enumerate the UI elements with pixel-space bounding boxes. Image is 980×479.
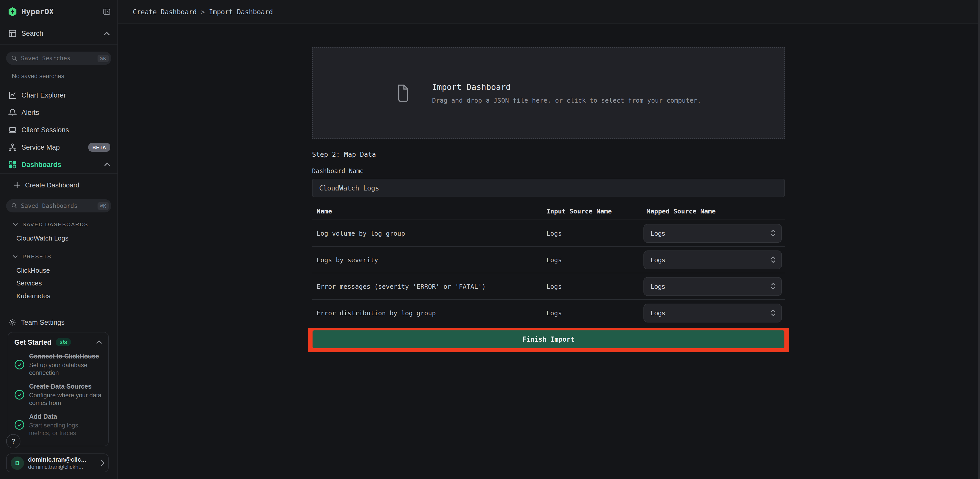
nav-label: Service Map [21, 143, 60, 151]
input-source-value: Logs [546, 229, 562, 237]
topbar: Create Dashboard > Import Dashboard [118, 0, 980, 24]
beta-badge: BETA [88, 143, 110, 151]
mapped-source-select[interactable]: Logs [643, 224, 782, 243]
unfold-icon [770, 282, 776, 290]
unfold-icon [770, 229, 776, 237]
saved-dashboards-placeholder: Saved Dashboards [21, 202, 97, 209]
shortcut-badge: ⌘K [97, 202, 109, 210]
mapped-source-select[interactable]: Logs [643, 303, 782, 322]
dashboard-name-label: Dashboard Name [312, 167, 364, 175]
table-row: Error distribution by log group Logs Log… [312, 300, 785, 326]
input-source-value: Logs [546, 282, 562, 290]
nav-label: Alerts [21, 108, 39, 116]
get-started-item-title: Connect to ClickHouse [29, 353, 102, 361]
chevron-down-icon [13, 255, 18, 258]
laptop-icon [8, 126, 17, 134]
sidebar-item-client-sessions[interactable]: Client Sessions [0, 121, 118, 138]
selected-value: Logs [651, 229, 770, 237]
sidebar-item-chart-explorer[interactable]: Chart Explorer [0, 86, 118, 103]
get-started-item-subtitle: Set up your database connection [29, 361, 102, 376]
search-icon [11, 203, 18, 209]
search-section-label: Search [21, 30, 104, 37]
table-row: Logs by severity Logs Logs [312, 247, 785, 273]
get-started-progress-badge: 3/3 [56, 338, 71, 346]
chart-name: Error distribution by log group [317, 309, 436, 317]
search-section-icon [8, 29, 17, 38]
breadcrumb-create-dashboard[interactable]: Create Dashboard [133, 8, 197, 16]
chevron-up-icon [104, 32, 110, 35]
main-content: Import Dashboard Drag and drop a JSON fi… [118, 24, 980, 479]
avatar: D [11, 456, 24, 469]
sidebar-item-cloudwatch-logs[interactable]: CloudWatch Logs [0, 232, 118, 245]
get-started-item[interactable]: Add Data Start sending logs, metrics, or… [14, 413, 102, 437]
presets-header[interactable]: PRESETS [13, 253, 118, 259]
get-started-item-title: Add Data [29, 413, 102, 421]
chevron-up-icon [104, 162, 110, 167]
dashboard-name-input[interactable]: CloudWatch Logs [312, 179, 785, 197]
dropzone-subtitle: Drag and drop a JSON file here, or click… [432, 96, 701, 104]
get-started-title: Get Started [14, 338, 52, 346]
chevron-right-icon [100, 460, 105, 466]
saved-searches-placeholder: Saved Searches [21, 55, 97, 62]
gear-icon [8, 318, 16, 326]
check-circle-icon [14, 390, 24, 400]
finish-import-button[interactable]: Finish Import [313, 330, 784, 348]
mapped-source-select[interactable]: Logs [643, 277, 782, 296]
user-name: dominic.tran@clic... [28, 456, 100, 463]
import-dropzone[interactable]: Import Dashboard Drag and drop a JSON fi… [312, 47, 785, 139]
saved-dashboards-input[interactable]: Saved Dashboards ⌘K [6, 199, 111, 212]
sidebar: HyperDX Search Saved Searches ⌘K No save… [0, 0, 118, 479]
breadcrumb: Create Dashboard > Import Dashboard [133, 0, 273, 24]
dropzone-title: Import Dashboard [432, 82, 701, 92]
divider [0, 173, 118, 173]
selected-value: Logs [651, 309, 770, 317]
collapse-sidebar-icon[interactable] [103, 8, 111, 16]
nav-label: Chart Explorer [21, 91, 66, 99]
scrollbar[interactable] [978, 0, 980, 479]
sidebar-item-clickhouse[interactable]: ClickHouse [0, 264, 118, 277]
chart-explorer-icon [8, 91, 17, 99]
file-icon [395, 84, 410, 102]
saved-dashboards-header[interactable]: SAVED DASHBOARDS [13, 221, 118, 227]
shortcut-badge: ⌘K [97, 54, 109, 62]
no-saved-searches-text: No saved searches [12, 73, 118, 80]
sidebar-item-team-settings[interactable]: Team Settings [0, 313, 118, 331]
create-dashboard-label: Create Dashboard [25, 181, 79, 189]
get-started-item-subtitle: Start sending logs, metrics, or traces [29, 422, 102, 437]
nav-label: Dashboards [21, 161, 61, 168]
get-started-item[interactable]: Connect to ClickHouse Set up your databa… [14, 353, 102, 376]
sidebar-item-alerts[interactable]: Alerts [0, 103, 118, 121]
get-started-item-subtitle: Configure where your data comes from [29, 391, 102, 406]
table-row: Error messages (severity 'ERROR' or 'FAT… [312, 273, 785, 300]
bell-icon [8, 108, 17, 117]
logo-row: HyperDX [0, 0, 118, 17]
mapped-source-select[interactable]: Logs [643, 250, 782, 269]
brand-name: HyperDX [21, 7, 103, 16]
saved-searches-input[interactable]: Saved Searches ⌘K [6, 52, 111, 65]
search-section-header[interactable]: Search [0, 29, 118, 45]
unfold-icon [770, 309, 776, 317]
breadcrumb-import-dashboard: Import Dashboard [209, 8, 273, 16]
get-started-header[interactable]: Get Started 3/3 [14, 338, 102, 346]
create-dashboard-button[interactable]: Create Dashboard [0, 177, 118, 193]
sidebar-item-services[interactable]: Services [0, 277, 118, 290]
get-started-item[interactable]: Create Data Sources Configure where your… [14, 383, 102, 406]
selected-value: Logs [651, 282, 770, 290]
mapping-table: Name Input Source Name Mapped Source Nam… [312, 206, 785, 326]
column-header-name: Name [317, 207, 332, 215]
chevron-down-icon [13, 223, 18, 226]
get-started-item-title: Create Data Sources [29, 383, 102, 391]
user-account-chip[interactable]: D dominic.tran@clic... dominic.tran@clic… [6, 454, 109, 473]
sidebar-item-kubernetes[interactable]: Kubernetes [0, 290, 118, 302]
column-header-input-source: Input Source Name [546, 207, 612, 215]
help-button[interactable]: ? [6, 434, 21, 448]
column-header-mapped-source: Mapped Source Name [646, 207, 716, 215]
app-window: HyperDX Search Saved Searches ⌘K No save… [0, 0, 980, 479]
sidebar-item-dashboards[interactable]: Dashboards [0, 156, 118, 173]
table-header-row: Name Input Source Name Mapped Source Nam… [312, 206, 785, 220]
step-label: Step 2: Map Data [312, 151, 376, 158]
chart-name: Logs by severity [317, 256, 378, 264]
check-circle-icon [14, 420, 24, 430]
sidebar-item-service-map[interactable]: Service Map BETA [0, 138, 118, 156]
input-source-value: Logs [546, 256, 562, 264]
